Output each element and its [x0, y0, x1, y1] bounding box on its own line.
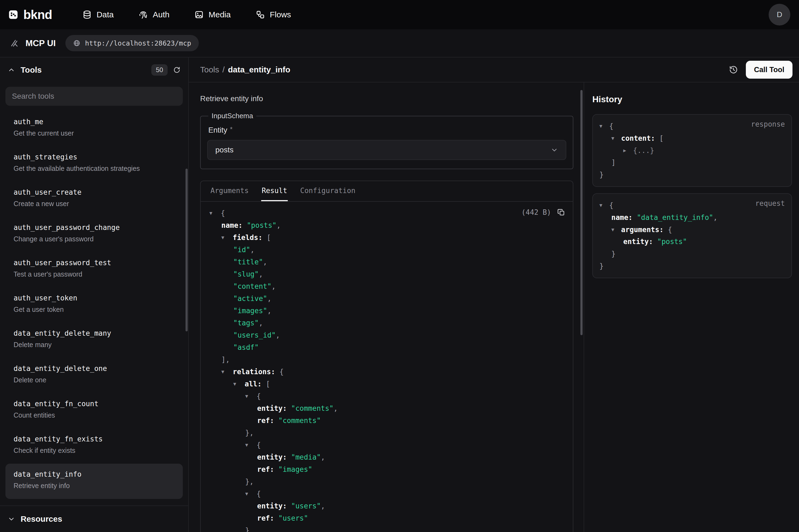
history-card-tag: response [751, 120, 785, 128]
tool-description: Check if entity exists [14, 446, 175, 455]
entity-select-value: posts [215, 146, 233, 154]
tools-count-badge: 50 [151, 64, 168, 76]
json-line: } [209, 525, 564, 532]
tab-label: Result [261, 181, 288, 201]
collapse-toggle-icon[interactable]: ▼ [611, 224, 621, 236]
tool-item-data_entity_fn_exists[interactable]: data_entity_fn_existsCheck if entity exi… [5, 429, 183, 464]
copy-icon[interactable] [557, 208, 565, 216]
tool-item-data_entity_delete_many[interactable]: data_entity_delete_manyDelete many [5, 323, 183, 358]
tool-description: Retrieve entity info [14, 481, 175, 490]
tool-description: Get the available authentication strateg… [14, 164, 175, 173]
tab-configuration[interactable]: Configuration [294, 181, 362, 201]
tools-sidebar: Tools 50 auth_meGet the current userauth… [0, 57, 189, 532]
result-json-lines: ▼{name: "posts",▼fields: ["id","title","… [209, 207, 564, 532]
json-line: } [600, 169, 785, 181]
tab-arguments[interactable]: Arguments [204, 181, 255, 201]
resources-section-title: Resources [21, 514, 62, 524]
tool-item-data_entity_delete_one[interactable]: data_entity_delete_oneDelete one [5, 358, 183, 393]
result-panel: ArgumentsResultConfiguration (442 B) ▼{n… [200, 180, 573, 532]
json-line: ▼{ [209, 390, 564, 402]
workspace: Tools 50 auth_meGet the current userauth… [0, 57, 799, 532]
json-line: }, [209, 427, 564, 439]
json-line: ▼{ [209, 207, 564, 220]
json-line: entity: "media", [209, 451, 564, 463]
json-line: "images", [209, 305, 564, 317]
content-scrollbar[interactable] [581, 90, 583, 335]
workflow-icon [256, 10, 265, 19]
collapse-toggle-icon[interactable]: ▼ [600, 199, 609, 211]
history-card-request[interactable]: request▼{name: "data_entity_info",▼argum… [592, 193, 792, 278]
tool-detail-panel: Retrieve entity info InputSchema Entity*… [189, 82, 584, 532]
collapse-toggle-icon[interactable]: ▼ [233, 378, 245, 390]
call-tool-button[interactable]: Call Tool [746, 61, 793, 79]
nav-item-label: Auth [153, 10, 170, 19]
history-button[interactable] [728, 65, 738, 75]
brand[interactable]: bknd [9, 7, 52, 22]
nav-item-data[interactable]: Data [82, 10, 114, 19]
nav-item-media[interactable]: Media [194, 10, 231, 19]
tool-item-data_entity_info[interactable]: data_entity_infoRetrieve entity info [5, 464, 183, 499]
result-json-viewer: (442 B) ▼{name: "posts",▼fields: ["id","… [201, 202, 573, 532]
resources-section-header[interactable]: Resources [0, 506, 188, 532]
collapse-toggle-icon[interactable]: ▼ [221, 231, 233, 244]
search-tools-input[interactable] [5, 87, 183, 106]
collapse-toggle-icon[interactable]: ▼ [209, 207, 221, 219]
breadcrumb-tools[interactable]: Tools [200, 65, 219, 74]
tool-name: data_entity_delete_one [14, 363, 175, 374]
collapse-toggle-icon[interactable]: ▼ [221, 365, 233, 378]
json-line: "id", [209, 244, 564, 256]
collapse-toggle-icon[interactable]: ▼ [611, 132, 621, 145]
user-avatar[interactable]: D [768, 4, 790, 25]
tool-item-auth_user_password_test[interactable]: auth_user_password_testTest a user's pas… [5, 252, 183, 287]
topnav-items: DataAuthMediaFlows [82, 10, 291, 19]
chevron-down-icon [551, 146, 558, 154]
tool-name: data_entity_fn_exists [14, 434, 175, 444]
nav-item-flows[interactable]: Flows [256, 10, 291, 19]
entity-select[interactable]: posts [207, 140, 566, 160]
mcp-icon [10, 38, 19, 48]
tools-section-header[interactable]: Tools 50 [0, 57, 188, 82]
tool-item-auth_me[interactable]: auth_meGet the current user [5, 111, 183, 147]
sidebar-scrollbar[interactable] [186, 169, 188, 331]
tool-item-data_entity_fn_count[interactable]: data_entity_fn_countCount entities [5, 393, 183, 429]
tool-item-auth_strategies[interactable]: auth_strategiesGet the available authent… [5, 147, 183, 182]
tool-item-auth_user_password_change[interactable]: auth_user_password_changeChange a user's… [5, 217, 183, 252]
history-card-response[interactable]: response▼{▼content: [▶{...}]} [592, 114, 792, 187]
json-line: ▼all: [ [209, 378, 564, 390]
json-line: ▼relations: { [209, 366, 564, 378]
collapse-toggle-icon[interactable]: ▼ [245, 390, 256, 402]
breadcrumb-current: data_entity_info [228, 65, 290, 74]
nav-item-auth[interactable]: Auth [138, 10, 170, 19]
tool-description: Create a new user [14, 199, 175, 208]
json-line: "asdf" [209, 341, 564, 354]
json-line: entity: "posts" [600, 235, 785, 248]
json-line: }, [209, 476, 564, 488]
mcp-url-pill[interactable]: http://localhost:28623/mcp [65, 35, 198, 51]
tool-description: Get the current user [14, 129, 175, 138]
collapse-toggle-icon[interactable]: ▼ [245, 439, 256, 451]
collapse-toggle-icon[interactable]: ▼ [600, 120, 609, 132]
tab-result[interactable]: Result [255, 181, 294, 201]
tool-description: Retrieve entity info [200, 93, 573, 104]
nav-item-label: Data [97, 10, 114, 19]
image-icon [194, 10, 204, 19]
breadcrumb-separator: / [222, 65, 225, 74]
tool-name: data_entity_info [14, 469, 175, 479]
mcp-url: http://localhost:28623/mcp [85, 39, 191, 47]
json-line: ▼fields: [ [209, 232, 564, 244]
expand-toggle-icon[interactable]: ▶ [623, 145, 633, 157]
globe-icon [73, 39, 80, 47]
json-line: name: "posts", [209, 220, 564, 232]
tool-list: auth_meGet the current userauth_strategi… [0, 110, 188, 506]
input-schema-legend: InputSchema [208, 112, 256, 120]
json-line: "tags", [209, 317, 564, 329]
history-card-tag: request [755, 199, 785, 207]
refresh-icon[interactable] [173, 66, 180, 74]
chevron-down-icon [7, 515, 15, 523]
tool-item-auth_user_create[interactable]: auth_user_createCreate a new user [5, 182, 183, 217]
collapse-toggle-icon[interactable]: ▼ [245, 488, 256, 500]
tool-item-auth_user_token[interactable]: auth_user_tokenGet a user token [5, 287, 183, 323]
tool-name: auth_me [14, 117, 175, 127]
tool-description: Change a user's password [14, 234, 175, 244]
tool-description: Delete many [14, 340, 175, 349]
